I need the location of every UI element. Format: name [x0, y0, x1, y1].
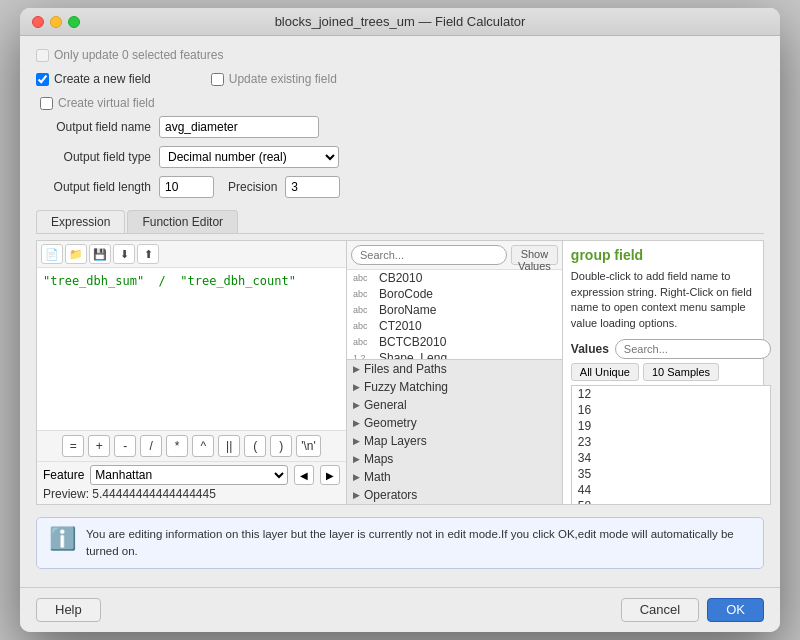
feature-select[interactable]: Manhattan	[90, 465, 288, 485]
only-update-checkbox[interactable]	[36, 49, 49, 62]
values-header: Values	[571, 339, 771, 359]
import-btn[interactable]: ⬇	[113, 244, 135, 264]
cat-general[interactable]: ▶ General	[347, 396, 562, 414]
feature-label: Feature	[43, 468, 84, 482]
field-item-BoroName[interactable]: abc BoroName	[347, 302, 562, 318]
value-item[interactable]: 58	[572, 498, 770, 505]
group-description: Double-click to add field name to expres…	[571, 269, 771, 331]
value-item[interactable]: 44	[572, 482, 770, 498]
preview-value: 5.44444444444444445	[92, 487, 215, 501]
traffic-lights	[32, 16, 80, 28]
window-title: blocks_joined_trees_um — Field Calculato…	[275, 14, 526, 29]
op-caret[interactable]: ^	[192, 435, 214, 457]
value-item[interactable]: 34	[572, 450, 770, 466]
output-length-row: Output field length Precision	[36, 176, 764, 198]
cat-map-layers[interactable]: ▶ Map Layers	[347, 432, 562, 450]
field-item-BCTCB2010[interactable]: abc BCTCB2010	[347, 334, 562, 350]
output-field-type-select[interactable]: Decimal number (real)	[159, 146, 339, 168]
op-divide[interactable]: /	[140, 435, 162, 457]
create-virtual-row: Create virtual field	[40, 96, 764, 110]
tab-expression[interactable]: Expression	[36, 210, 125, 233]
show-values-button[interactable]: Show Values	[511, 245, 558, 265]
update-existing-checkbox[interactable]	[211, 73, 224, 86]
10-samples-button[interactable]: 10 Samples	[643, 363, 719, 381]
feature-row: Feature Manhattan ◀ ▶	[43, 465, 340, 485]
op-multiply[interactable]: *	[166, 435, 188, 457]
next-feature-btn[interactable]: ▶	[320, 465, 340, 485]
update-existing-row: Update existing field	[211, 72, 337, 86]
info-icon: ℹ️	[49, 526, 76, 552]
op-newline[interactable]: '\n'	[296, 435, 321, 457]
field-item-CB2010[interactable]: abc CB2010	[347, 270, 562, 286]
search-row: Show Values	[347, 241, 562, 270]
op-plus[interactable]: +	[88, 435, 110, 457]
field-type-icon: abc	[353, 305, 375, 315]
value-item[interactable]: 12	[572, 386, 770, 402]
ok-button[interactable]: OK	[707, 598, 764, 622]
minimize-button[interactable]	[50, 16, 62, 28]
field-item-Shape_Leng[interactable]: 1.2 Shape_Leng	[347, 350, 562, 359]
info-bar: ℹ️ You are editing information on this l…	[36, 517, 764, 568]
values-list: 12 16 19 23 34 35 44 58	[571, 385, 771, 505]
value-item[interactable]: 35	[572, 466, 770, 482]
field-item-CT2010[interactable]: abc CT2010	[347, 318, 562, 334]
field-name: Shape_Leng	[379, 351, 447, 359]
cat-geometry[interactable]: ▶ Geometry	[347, 414, 562, 432]
op-close-paren[interactable]: )	[270, 435, 292, 457]
close-button[interactable]	[32, 16, 44, 28]
all-unique-button[interactable]: All Unique	[571, 363, 639, 381]
field-item-BoroCode[interactable]: abc BoroCode	[347, 286, 562, 302]
create-new-field-label: Create a new field	[54, 72, 151, 86]
middle-panel: Show Values abc CB2010 abc BoroCode abc …	[347, 241, 563, 504]
right-panel: group field Double-click to add field na…	[563, 241, 779, 504]
value-item[interactable]: 23	[572, 434, 770, 450]
field-list: abc CB2010 abc BoroCode abc BoroName abc…	[347, 270, 562, 359]
op-equals[interactable]: =	[62, 435, 84, 457]
main-area: 📄 📁 💾 ⬇ ⬆ "tree_dbh_sum" / "tree_dbh_cou…	[36, 240, 764, 505]
operator-buttons: = + - / * ^ || ( ) '\n'	[37, 430, 346, 461]
create-virtual-checkbox[interactable]	[40, 97, 53, 110]
field-type-icon: abc	[353, 273, 375, 283]
field-type-icon: abc	[353, 337, 375, 347]
cat-maps[interactable]: ▶ Maps	[347, 450, 562, 468]
maximize-button[interactable]	[68, 16, 80, 28]
cat-fuzzy-matching[interactable]: ▶ Fuzzy Matching	[347, 378, 562, 396]
output-field-length-input[interactable]	[159, 176, 214, 198]
cat-files-and-paths[interactable]: ▶ Files and Paths	[347, 360, 562, 378]
output-field-name-input[interactable]	[159, 116, 319, 138]
cancel-button[interactable]: Cancel	[621, 598, 699, 622]
value-item[interactable]: 16	[572, 402, 770, 418]
new-btn[interactable]: 📄	[41, 244, 63, 264]
field-search-input[interactable]	[351, 245, 507, 265]
cat-math[interactable]: ▶ Math	[347, 468, 562, 486]
precision-label: Precision	[228, 180, 277, 194]
open-btn[interactable]: 📁	[65, 244, 87, 264]
output-field-name-label: Output field name	[36, 120, 151, 134]
only-update-row: Only update 0 selected features	[36, 48, 223, 62]
prev-feature-btn[interactable]: ◀	[294, 465, 314, 485]
top-options-bar: Only update 0 selected features	[36, 48, 764, 62]
precision-input[interactable]	[285, 176, 340, 198]
export-btn[interactable]: ⬆	[137, 244, 159, 264]
cat-operators[interactable]: ▶ Operators	[347, 486, 562, 504]
values-search-input[interactable]	[615, 339, 771, 359]
expression-editor-panel: 📄 📁 💾 ⬇ ⬆ "tree_dbh_sum" / "tree_dbh_cou…	[37, 241, 347, 504]
expression-text[interactable]: "tree_dbh_sum" / "tree_dbh_count"	[37, 268, 346, 430]
save-btn[interactable]: 💾	[89, 244, 111, 264]
bottom-bar: Help Cancel OK	[20, 587, 780, 632]
group-title: group field	[571, 247, 771, 263]
help-button[interactable]: Help	[36, 598, 101, 622]
action-buttons: Cancel OK	[621, 598, 764, 622]
op-minus[interactable]: -	[114, 435, 136, 457]
field-name: BoroName	[379, 303, 436, 317]
value-item[interactable]: 19	[572, 418, 770, 434]
field-name: CB2010	[379, 271, 422, 285]
tab-function-editor[interactable]: Function Editor	[127, 210, 238, 233]
values-section: Values All Unique 10 Samples 12 16 19 23…	[571, 339, 771, 505]
create-new-field-checkbox[interactable]	[36, 73, 49, 86]
op-concat[interactable]: ||	[218, 435, 240, 457]
field-name: BCTCB2010	[379, 335, 446, 349]
op-open-paren[interactable]: (	[244, 435, 266, 457]
values-buttons: All Unique 10 Samples	[571, 363, 771, 381]
field-name: BoroCode	[379, 287, 433, 301]
